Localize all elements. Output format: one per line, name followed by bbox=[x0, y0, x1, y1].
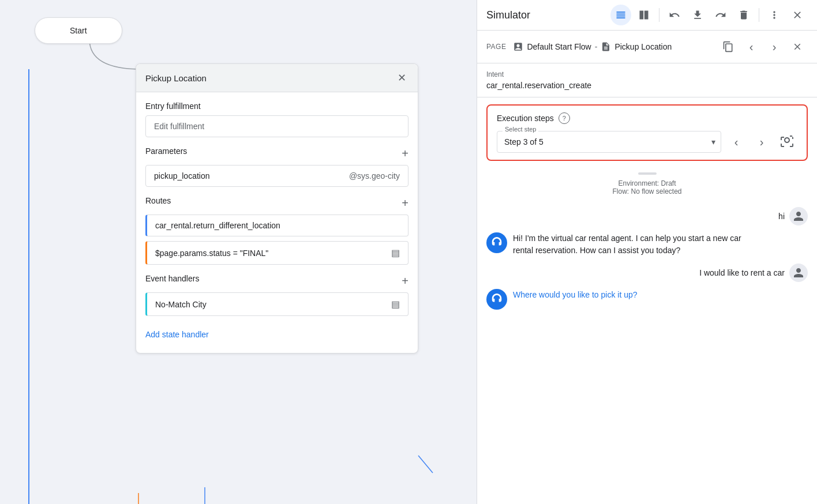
param-name: pickup_location bbox=[154, 171, 210, 180]
add-state-handler-button[interactable]: Add state handler bbox=[145, 325, 409, 344]
close-simulator-button[interactable] bbox=[787, 5, 808, 25]
bot-message-1: Hi! I'm the virtual car rental agent. I … bbox=[486, 232, 808, 257]
page-name: Pickup Location bbox=[614, 42, 672, 51]
page-breadcrumb-bar: Page Default Start Flow - Pickup Locatio… bbox=[477, 31, 817, 63]
intent-section: Intent car_rental.reservation_create bbox=[477, 63, 817, 97]
toolbar-divider-2 bbox=[759, 8, 759, 22]
routes-title: Routes bbox=[145, 196, 171, 205]
chat-area: Environment: Draft Flow: No flow selecte… bbox=[477, 175, 817, 504]
toolbar-icon-group bbox=[610, 5, 808, 25]
close-card-button[interactable]: ✕ bbox=[395, 71, 409, 85]
prev-page-button[interactable]: ‹ bbox=[741, 36, 762, 57]
parameters-section: Parameters + pickup_location @sys.geo-ci… bbox=[145, 146, 409, 187]
user-avatar-2 bbox=[789, 264, 808, 282]
person-icon-2 bbox=[793, 267, 804, 279]
clipboard-button[interactable] bbox=[718, 36, 739, 57]
execution-steps-header: Execution steps ? bbox=[497, 112, 797, 124]
param-type: @sys.geo-city bbox=[349, 171, 400, 180]
page-icon bbox=[601, 42, 611, 52]
step-select[interactable]: Step 1 of 5 Step 2 of 5 Step 3 of 5 Step… bbox=[497, 131, 721, 153]
view-columns-icon bbox=[638, 9, 650, 21]
start-node[interactable]: Start bbox=[35, 17, 122, 44]
svg-rect-2 bbox=[617, 16, 625, 17]
routes-header: Routes + bbox=[145, 196, 409, 210]
intent-value: car_rental.reservation_create bbox=[486, 81, 808, 90]
entry-fulfillment-title: Entry fulfillment bbox=[145, 101, 409, 111]
next-step-button[interactable]: › bbox=[751, 131, 772, 152]
toolbar-divider-1 bbox=[659, 8, 659, 22]
view-list-button[interactable] bbox=[610, 5, 631, 25]
entry-fulfillment-section: Entry fulfillment Edit fulfillment bbox=[145, 101, 409, 137]
headset-icon-1 bbox=[490, 236, 503, 249]
parameters-header: Parameters + bbox=[145, 146, 409, 160]
clipboard-icon bbox=[722, 41, 734, 52]
redo-icon bbox=[715, 9, 726, 21]
event-handler-row[interactable]: No-Match City ▤ bbox=[145, 292, 409, 316]
close-page-icon bbox=[792, 42, 803, 52]
event-handlers-section: Event handlers + No-Match City ▤ bbox=[145, 274, 409, 316]
event-handlers-title: Event handlers bbox=[145, 274, 199, 283]
close-icon bbox=[792, 9, 803, 21]
next-page-button[interactable]: › bbox=[764, 36, 785, 57]
add-event-handler-button[interactable]: + bbox=[402, 274, 409, 288]
user-avatar-1 bbox=[789, 207, 808, 225]
edit-fulfillment-box[interactable]: Edit fulfillment bbox=[145, 115, 409, 137]
download-button[interactable] bbox=[687, 5, 708, 25]
add-parameter-button[interactable]: + bbox=[402, 147, 409, 160]
parameters-title: Parameters bbox=[145, 146, 187, 156]
parameter-row[interactable]: pickup_location @sys.geo-city bbox=[145, 165, 409, 187]
more-button[interactable] bbox=[764, 5, 785, 25]
svg-rect-1 bbox=[617, 14, 625, 15]
redo-button[interactable] bbox=[710, 5, 731, 25]
focus-step-button[interactable] bbox=[777, 131, 797, 152]
help-icon[interactable]: ? bbox=[559, 112, 570, 124]
add-route-button[interactable]: + bbox=[402, 197, 409, 210]
event-handlers-header: Event handlers + bbox=[145, 274, 409, 288]
view-list-icon bbox=[615, 9, 627, 21]
more-vert-icon bbox=[769, 9, 780, 21]
breadcrumb: Default Start Flow - Pickup Location bbox=[513, 42, 718, 52]
user-message-1: hi bbox=[486, 207, 808, 225]
delete-button[interactable] bbox=[733, 5, 754, 25]
breadcrumb-separator: - bbox=[595, 42, 598, 51]
prev-step-button[interactable]: ‹ bbox=[726, 131, 747, 152]
page-nav-actions: ‹ › bbox=[718, 36, 808, 57]
doc-icon-event: ▤ bbox=[391, 299, 400, 310]
execution-steps-title: Execution steps bbox=[497, 114, 554, 123]
pickup-card-title: Pickup Location bbox=[145, 73, 207, 83]
route-row-1[interactable]: car_rental.return_different_location bbox=[145, 215, 409, 236]
event-handler-label: No-Match City bbox=[155, 300, 207, 309]
bot-text-1: Hi! I'm the virtual car rental agent. I … bbox=[513, 232, 744, 257]
pickup-location-card: Pickup Location ✕ Entry fulfillment Edit… bbox=[136, 63, 418, 353]
simulator-panel: Simulator bbox=[477, 0, 817, 504]
execution-steps-container: Execution steps ? Select step Step 1 of … bbox=[477, 97, 817, 168]
step-dropdown-wrapper: Select step Step 1 of 5 Step 2 of 5 Step… bbox=[497, 131, 721, 153]
svg-rect-5 bbox=[644, 11, 649, 20]
step-controls: Select step Step 1 of 5 Step 2 of 5 Step… bbox=[497, 131, 797, 153]
environment-label: Environment: Draft bbox=[486, 179, 808, 187]
execution-steps-box: Execution steps ? Select step Step 1 of … bbox=[486, 104, 808, 161]
user-message-2: I would like to rent a car bbox=[486, 264, 808, 282]
intent-label: Intent bbox=[486, 70, 808, 78]
close-page-button[interactable] bbox=[787, 36, 808, 57]
delete-icon bbox=[738, 9, 749, 21]
select-step-label: Select step bbox=[503, 126, 538, 133]
pickup-card-header: Pickup Location ✕ bbox=[136, 64, 418, 92]
environment-info: Environment: Draft Flow: No flow selecte… bbox=[486, 175, 808, 200]
bot-avatar-2 bbox=[486, 289, 507, 310]
bot-text-2: Where would you like to pick it up? bbox=[513, 289, 638, 301]
route-row-2[interactable]: $page.params.status = "FINAL" ▤ bbox=[145, 241, 409, 265]
download-icon bbox=[692, 9, 703, 21]
bot-avatar-1 bbox=[486, 232, 507, 253]
flow-name: Default Start Flow bbox=[527, 42, 591, 51]
flow-label: Flow: No flow selected bbox=[486, 187, 808, 195]
simulator-title: Simulator bbox=[486, 9, 606, 21]
user-text-2: I would like to rent a car bbox=[699, 268, 785, 277]
view-columns-button[interactable] bbox=[634, 5, 654, 25]
route-label-1: car_rental.return_different_location bbox=[155, 221, 280, 230]
svg-rect-0 bbox=[617, 12, 625, 13]
start-label: Start bbox=[70, 26, 87, 35]
svg-rect-4 bbox=[640, 11, 644, 20]
undo-button[interactable] bbox=[664, 5, 685, 25]
headset-icon-2 bbox=[490, 293, 503, 306]
